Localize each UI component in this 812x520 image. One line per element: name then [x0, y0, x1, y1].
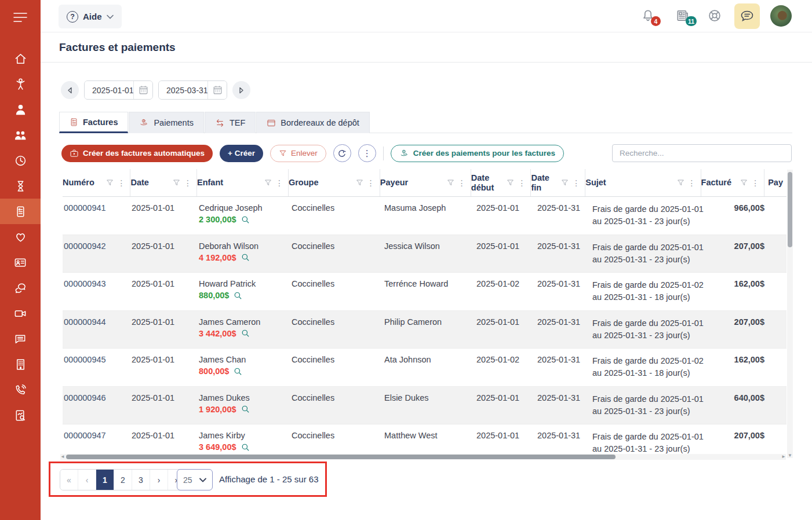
column-menu-icon[interactable]: ⋮: [571, 178, 581, 188]
column-header-date-debut[interactable]: Date début ⋮: [471, 169, 531, 196]
scroll-down-arrow[interactable]: ▼: [787, 453, 793, 459]
column-header-groupe[interactable]: Groupe ⋮: [289, 169, 380, 196]
filter-icon[interactable]: [264, 178, 272, 187]
invoice-number-link[interactable]: 000000941: [64, 203, 106, 213]
magnifier-icon[interactable]: [234, 291, 242, 300]
chat-button[interactable]: [734, 3, 760, 29]
remove-filter-button[interactable]: Enlever: [270, 145, 326, 162]
page-button-1[interactable]: 1: [96, 470, 114, 490]
sidebar-item-families[interactable]: [0, 122, 41, 148]
column-header-payeur[interactable]: Payeur ⋮: [380, 169, 471, 196]
notifications-button[interactable]: 4: [640, 8, 657, 24]
tab-tef[interactable]: TEF: [205, 112, 256, 133]
sidebar-item-reports[interactable]: [0, 402, 41, 428]
sidebar-item-organization[interactable]: [0, 351, 41, 377]
filter-icon[interactable]: [446, 178, 455, 187]
create-button[interactable]: + Créer: [220, 145, 263, 162]
column-header-sujet[interactable]: Sujet ⋮: [585, 169, 701, 196]
magnifier-icon[interactable]: [241, 329, 250, 338]
refresh-button[interactable]: [333, 144, 351, 162]
sidebar-item-billing[interactable]: [0, 199, 41, 224]
avatar[interactable]: [770, 5, 792, 27]
magnifier-icon[interactable]: [241, 443, 250, 452]
scroll-right-arrow[interactable]: ►: [781, 454, 786, 460]
sidebar-item-calls[interactable]: [0, 377, 41, 402]
end-date-cell: 2025-01-31: [537, 349, 592, 386]
column-label: Date fin: [531, 173, 557, 192]
column-header-paye[interactable]: Pay: [764, 169, 786, 196]
vertical-scrollbar-thumb[interactable]: [788, 172, 792, 247]
sidebar-item-notes[interactable]: [0, 326, 41, 351]
create-payments-button[interactable]: Créer des paiements pour les factures: [391, 145, 564, 162]
start-date-input[interactable]: [85, 81, 133, 99]
magnifier-icon[interactable]: [241, 253, 250, 262]
start-date-calendar-button[interactable]: [133, 81, 152, 99]
sidebar-item-children[interactable]: [0, 71, 41, 97]
column-menu-icon[interactable]: ⋮: [457, 178, 467, 188]
magnifier-icon[interactable]: [241, 405, 250, 413]
sidebar-item-messaging[interactable]: [0, 275, 41, 301]
invoice-number-link[interactable]: 000000943: [64, 279, 106, 288]
tab-paiements[interactable]: Paiements: [129, 112, 204, 133]
previous-period-button[interactable]: [61, 81, 79, 99]
sidebar-item-health[interactable]: [0, 224, 41, 250]
column-menu-icon[interactable]: ⋮: [366, 178, 376, 188]
menu-toggle-button[interactable]: [0, 5, 41, 30]
auto-invoices-button[interactable]: Créer des factures automatiques: [61, 145, 213, 162]
previous-page-button[interactable]: ‹: [78, 470, 96, 490]
invoice-number-link[interactable]: 000000946: [64, 393, 106, 402]
column-header-numero[interactable]: Numéro ⋮: [63, 169, 130, 196]
invoice-number-link[interactable]: 000000944: [64, 317, 106, 327]
start-date-cell: 2025-01-01: [476, 197, 537, 235]
next-page-button[interactable]: ›: [150, 470, 168, 490]
sidebar-item-cards[interactable]: [0, 250, 41, 275]
horizontal-scrollbar[interactable]: ◄ ►: [60, 454, 786, 460]
filter-icon[interactable]: [105, 178, 114, 187]
column-header-date-fin[interactable]: Date fin ⋮: [531, 169, 585, 196]
page-button-3[interactable]: 3: [132, 470, 150, 490]
column-header-enfant[interactable]: Enfant ⋮: [197, 169, 289, 196]
column-menu-icon[interactable]: ⋮: [183, 178, 193, 188]
support-button[interactable]: [707, 8, 723, 24]
sidebar-item-schedule[interactable]: [0, 148, 41, 173]
filter-icon[interactable]: [676, 178, 685, 187]
invoice-number-link[interactable]: 000000947: [64, 431, 106, 440]
filter-icon[interactable]: [506, 178, 515, 187]
end-date-input[interactable]: [159, 81, 207, 99]
tab-bordereaux[interactable]: Bordereaux de dépôt: [256, 112, 369, 133]
invoice-number-cell: 000000943: [63, 273, 132, 310]
filter-icon[interactable]: [355, 178, 364, 187]
magnifier-icon[interactable]: [241, 215, 250, 224]
filter-icon[interactable]: [172, 178, 181, 187]
magnifier-icon[interactable]: [234, 367, 242, 376]
help-button[interactable]: ? Aide: [59, 5, 122, 28]
column-menu-icon[interactable]: ⋮: [116, 178, 126, 188]
filter-icon[interactable]: [560, 178, 569, 187]
horizontal-scrollbar-thumb[interactable]: [66, 455, 616, 459]
invoice-number-link[interactable]: 000000942: [64, 241, 106, 251]
sidebar-item-educators[interactable]: [0, 97, 41, 122]
column-menu-icon[interactable]: ⋮: [274, 178, 285, 188]
search-input[interactable]: [612, 144, 792, 162]
tab-factures[interactable]: Factures: [59, 112, 128, 133]
column-menu-icon[interactable]: ⋮: [516, 178, 527, 188]
more-actions-button[interactable]: ⋮: [358, 144, 376, 162]
sidebar-item-video[interactable]: [0, 301, 41, 326]
sidebar-item-home[interactable]: [0, 46, 41, 71]
news-button[interactable]: 11: [675, 8, 691, 24]
column-menu-icon[interactable]: ⋮: [687, 178, 697, 188]
sidebar-item-attendance[interactable]: [0, 173, 41, 199]
filter-icon[interactable]: [740, 178, 748, 187]
page-button-2[interactable]: 2: [114, 470, 132, 490]
invoice-number-link[interactable]: 000000945: [64, 355, 106, 364]
column-menu-icon[interactable]: ⋮: [750, 178, 760, 188]
home-icon: [14, 52, 27, 65]
end-date-calendar-button[interactable]: [207, 81, 227, 99]
scroll-left-arrow[interactable]: ◄: [60, 454, 65, 460]
vertical-scrollbar[interactable]: [787, 170, 793, 458]
page-size-select[interactable]: 25: [177, 469, 213, 490]
column-header-date[interactable]: Date ⋮: [130, 169, 197, 196]
first-page-button[interactable]: «: [60, 470, 78, 490]
next-period-button[interactable]: [232, 81, 250, 99]
column-header-facture[interactable]: Facturé ⋮: [701, 169, 765, 196]
